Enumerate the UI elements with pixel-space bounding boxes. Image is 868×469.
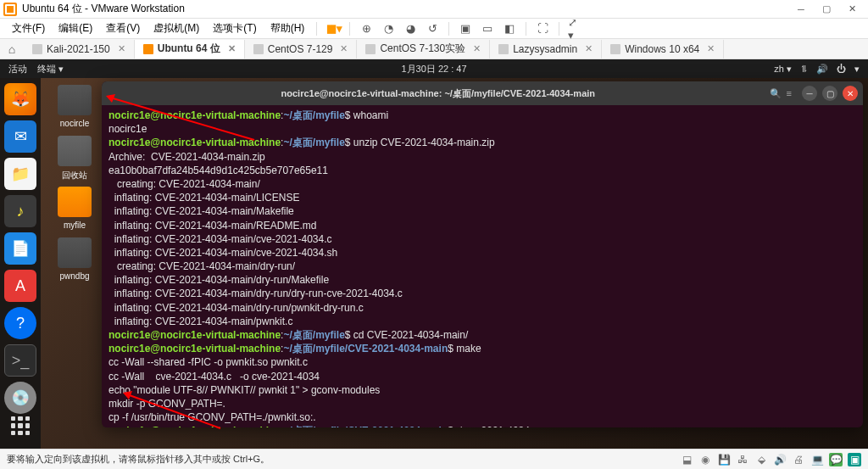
tab-label: Ubuntu 64 位	[158, 42, 220, 56]
view-thumbnail-icon[interactable]: ▣	[458, 21, 473, 36]
libreoffice-icon[interactable]: 📄	[4, 232, 36, 265]
desktop-folder-myfile[interactable]: myfile	[51, 187, 98, 230]
tab-label: Lazysysadmin	[513, 43, 577, 55]
folder-icon	[58, 237, 92, 268]
system-menu-icon[interactable]: ▾	[854, 64, 860, 75]
send-ctrl-alt-del-icon[interactable]: ⊕	[359, 21, 374, 36]
vm-icon	[32, 44, 42, 54]
menu-tabs[interactable]: 选项卡(T)	[206, 21, 263, 36]
files-icon[interactable]: 📁	[4, 158, 36, 190]
network-icon[interactable]: ⥮	[800, 64, 808, 75]
rhythmbox-icon[interactable]: ♪	[4, 195, 36, 227]
desktop-folder-nocircle[interactable]: nocircle	[51, 85, 98, 128]
close-button[interactable]: ✕	[839, 1, 865, 18]
desktop-folder-pwndbg[interactable]: pwndbg	[51, 237, 98, 281]
tab-lazysysadmin[interactable]: Lazysysadmin✕	[490, 40, 602, 59]
close-icon[interactable]: ✕	[340, 43, 348, 54]
vm-icon	[253, 44, 264, 54]
message-icon[interactable]: 💬	[829, 453, 843, 466]
pause-icon[interactable]: ▮▮ ▾	[326, 21, 341, 36]
desktop-trash[interactable]: 回收站	[51, 136, 98, 181]
thunderbird-icon[interactable]: ✉	[4, 120, 36, 153]
stretch-icon[interactable]: ⤢ ▾	[568, 21, 583, 36]
close-icon[interactable]: ✕	[473, 43, 481, 54]
close-icon[interactable]: ✕	[228, 43, 236, 54]
separator	[559, 22, 559, 36]
terminal-line: cp -f /usr/bin/true GCONV_PATH=./pwnkit.…	[108, 410, 856, 424]
terminal-line: inflating: CVE-2021-4034-main/cve-2021-4…	[108, 232, 856, 246]
revert-icon[interactable]: ↺	[425, 21, 440, 36]
vm-icon	[498, 44, 509, 54]
tab-ubuntu[interactable]: Ubuntu 64 位✕	[135, 40, 245, 59]
terminal-line: inflating: CVE-2021-4034-main/Makefile	[108, 204, 856, 218]
close-icon[interactable]: ✕	[585, 43, 593, 54]
terminal-line: nocirc1e@nocirc1e-virtual-machine:~/桌面/m…	[108, 342, 856, 355]
tab-kali[interactable]: Kali-2021-150✕	[24, 40, 135, 59]
maximize-button[interactable]: ▢	[814, 1, 839, 18]
terminal-body[interactable]: nocirc1e@nocirc1e-virtual-machine:~/桌面/m…	[102, 105, 863, 427]
terminal-close-icon[interactable]: ✕	[843, 86, 858, 101]
terminal-titlebar[interactable]: nocirc1e@nocirc1e-virtual-machine: ~/桌面/…	[102, 81, 863, 105]
vm-display[interactable]: 活动 终端 ▾ 1月30日 22 : 47 zh ▾ ⥮ 🔊 ⏻ ▾ 🦊 ✉ 📁…	[0, 59, 868, 449]
folder-icon	[58, 187, 92, 217]
view-unity-icon[interactable]: ◧	[502, 21, 517, 36]
folder-icon	[58, 85, 92, 115]
menu-view[interactable]: 查看(V)	[99, 21, 147, 36]
app-menu[interactable]: 终端 ▾	[37, 64, 64, 74]
usb-icon[interactable]: ⬙	[754, 453, 768, 466]
menu-edit[interactable]: 编辑(E)	[52, 21, 99, 36]
terminal-icon[interactable]: >_	[4, 344, 36, 377]
volume-icon[interactable]: 🔊	[816, 64, 828, 75]
snapshot-icon[interactable]: ◔	[381, 21, 396, 36]
vmware-menubar: 文件(F) 编辑(E) 查看(V) 虚拟机(M) 选项卡(T) 帮助(H) ▮▮…	[0, 19, 868, 39]
firefox-icon[interactable]: 🦊	[4, 83, 36, 115]
ubuntu-dock: 🦊 ✉ 📁 ♪ 📄 A ? >_ 💿	[0, 78, 41, 449]
show-apps-icon[interactable]	[4, 410, 36, 442]
vmtools-icon[interactable]: ▣	[848, 453, 861, 466]
snapshot-manager-icon[interactable]: ◕	[403, 21, 418, 36]
activities-button[interactable]: 活动	[8, 64, 27, 74]
menu-vm[interactable]: 虚拟机(M)	[147, 21, 206, 36]
close-icon[interactable]: ✕	[707, 43, 715, 54]
terminal-line: nocirc1e@nocirc1e-virtual-machine:~/桌面/m…	[108, 136, 856, 149]
terminal-line: creating: CVE-2021-4034-main/dry-run/	[108, 260, 856, 273]
search-icon[interactable]: 🔍	[770, 88, 782, 99]
tab-windows[interactable]: Windows 10 x64✕	[602, 40, 724, 59]
battery-icon[interactable]: ⏻	[837, 64, 846, 74]
hdd-icon[interactable]: ⬓	[680, 453, 693, 466]
hamburger-icon[interactable]: ≡	[787, 88, 792, 98]
terminal-maximize-icon[interactable]: ▢	[822, 86, 837, 101]
help-icon[interactable]: ?	[4, 307, 36, 339]
tab-label: Windows 10 x64	[625, 43, 699, 55]
menu-file[interactable]: 文件(F)	[5, 21, 52, 36]
minimize-button[interactable]: ─	[788, 1, 814, 18]
terminal-line: inflating: CVE-2021-4034-main/cve-2021-4…	[108, 246, 856, 260]
display-icon[interactable]: 💻	[810, 453, 824, 466]
menu-help[interactable]: 帮助(H)	[264, 21, 312, 36]
trash-icon	[58, 136, 92, 166]
cd-icon[interactable]: ◉	[698, 453, 712, 466]
floppy-icon[interactable]: 💾	[717, 453, 731, 466]
separator	[526, 22, 526, 36]
terminal-minimize-icon[interactable]: ─	[802, 86, 817, 101]
ubuntu-topbar: 活动 终端 ▾ 1月30日 22 : 47 zh ▾ ⥮ 🔊 ⏻ ▾	[0, 59, 868, 78]
close-icon[interactable]: ✕	[118, 43, 125, 54]
clock[interactable]: 1月30日 22 : 47	[292, 63, 576, 75]
software-icon[interactable]: A	[4, 270, 36, 302]
network-adapter-icon[interactable]: 🖧	[736, 453, 749, 466]
terminal-line: nocirc1e@nocirc1e-virtual-machine:~/桌面/m…	[108, 424, 856, 427]
input-method-icon[interactable]: zh ▾	[774, 64, 792, 75]
terminal-line: cc -Wall cve-2021-4034.c -o cve-2021-403…	[108, 370, 856, 383]
home-tab-icon[interactable]: ⌂	[5, 42, 19, 56]
terminal-line: ea10b0baf7dfa24b544d9d1c425cb5e707e65e11	[108, 164, 856, 177]
terminal-line: inflating: CVE-2021-4034-main/dry-run/pw…	[108, 301, 856, 315]
tab-centos-130[interactable]: CentOS 7-130实验✕	[357, 40, 490, 59]
terminal-title: nocirc1e@nocirc1e-virtual-machine: ~/桌面/…	[107, 87, 770, 100]
fullscreen-icon[interactable]: ⛶	[535, 21, 550, 36]
printer-icon[interactable]: 🖨	[792, 453, 805, 466]
view-console-icon[interactable]: ▭	[480, 21, 495, 36]
tab-label: CentOS 7-130实验	[380, 42, 465, 56]
tab-centos-129[interactable]: CentOS 7-129✕	[245, 40, 358, 59]
sound-icon[interactable]: 🔊	[773, 453, 787, 466]
terminal-window[interactable]: nocirc1e@nocirc1e-virtual-machine: ~/桌面/…	[102, 81, 863, 427]
